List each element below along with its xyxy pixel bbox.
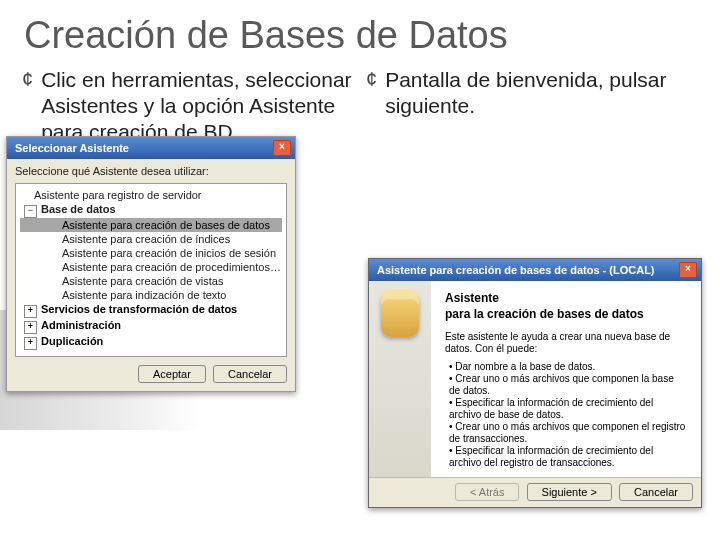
- cancel-button[interactable]: Cancelar: [619, 483, 693, 501]
- tree-node-open[interactable]: −Base de datos: [20, 202, 282, 218]
- tree-item[interactable]: Asistente para creación de índices: [20, 232, 282, 246]
- select-wizard-dialog: Seleccionar Asistente × Seleccione qué A…: [6, 136, 296, 392]
- wizard-sidebar: [369, 281, 431, 477]
- wizard-capabilities: Dar nombre a la base de datos. Crear uno…: [445, 361, 687, 469]
- tree-item[interactable]: Asistente para creación de vistas: [20, 274, 282, 288]
- bullet-mark: ¢: [20, 67, 33, 91]
- back-button: < Atrás: [455, 483, 520, 501]
- tree-item[interactable]: Asistente para indización de texto: [20, 288, 282, 302]
- tree-item[interactable]: Asistente para creación de inicios de se…: [20, 246, 282, 260]
- list-item: Especificar la información de crecimient…: [449, 397, 687, 421]
- wizard-description: Este asistente le ayuda a crear una nuev…: [445, 331, 687, 355]
- bullet-mark: ¢: [364, 67, 377, 91]
- bullet-left: Clic en herramientas, seleccionar Asiste…: [41, 67, 356, 145]
- list-item: Especificar la información de crecimient…: [449, 445, 687, 469]
- tree-node-closed[interactable]: +Duplicación: [20, 334, 282, 350]
- ok-button[interactable]: Aceptar: [138, 365, 206, 383]
- cancel-button[interactable]: Cancelar: [213, 365, 287, 383]
- tree-item[interactable]: Asistente para creación de procedimiento…: [20, 260, 282, 274]
- close-icon[interactable]: ×: [273, 140, 291, 156]
- list-item: Crear uno o más archivos que componen el…: [449, 421, 687, 445]
- close-icon[interactable]: ×: [679, 262, 697, 278]
- tree-node-closed[interactable]: +Administración: [20, 318, 282, 334]
- dialog-title: Asistente para creación de bases de dato…: [377, 264, 655, 276]
- wizard-heading: Asistente: [445, 291, 687, 305]
- next-button[interactable]: Siguiente >: [527, 483, 612, 501]
- tree-item-selected[interactable]: Asistente para creación de bases de dato…: [20, 218, 282, 232]
- create-db-wizard-dialog: Asistente para creación de bases de dato…: [368, 258, 702, 508]
- bullet-right: Pantalla de bienvenida, pulsar siguiente…: [385, 67, 700, 119]
- database-icon: [381, 293, 419, 337]
- tree-node-closed[interactable]: +Servicios de transformación de datos: [20, 302, 282, 318]
- dialog-title: Seleccionar Asistente: [15, 142, 129, 154]
- list-item: Crear uno o más archivos que componen la…: [449, 373, 687, 397]
- wizard-subheading: para la creación de bases de datos: [445, 307, 687, 321]
- slide-title: Creación de Bases de Datos: [0, 0, 720, 67]
- wizard-tree[interactable]: Asistente para registro de servidor −Bas…: [15, 183, 287, 357]
- tree-item[interactable]: Asistente para registro de servidor: [20, 188, 282, 202]
- list-item: Dar nombre a la base de datos.: [449, 361, 687, 373]
- dialog-instruction: Seleccione qué Asistente desea utilizar:: [7, 159, 295, 183]
